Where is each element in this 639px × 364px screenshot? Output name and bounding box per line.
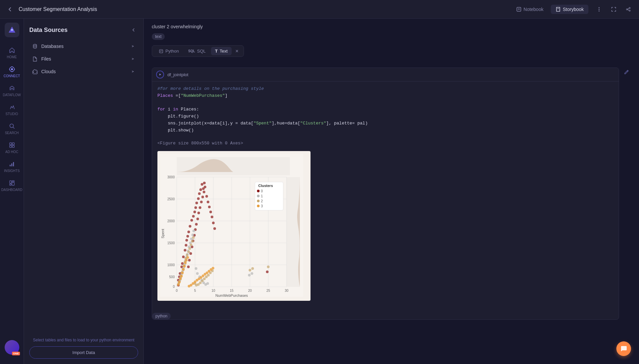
svg-rect-24 — [11, 163, 12, 166]
svg-point-163 — [177, 283, 180, 286]
svg-point-169 — [183, 265, 186, 268]
svg-point-166 — [180, 275, 183, 277]
left-nav: HOME CONNECT DAT — [0, 19, 24, 364]
svg-point-108 — [212, 222, 215, 224]
text-tab[interactable]: T Text — [211, 47, 232, 55]
svg-text:Spent: Spent — [161, 229, 165, 238]
svg-point-191 — [257, 190, 260, 192]
svg-point-96 — [196, 218, 199, 220]
svg-text:25: 25 — [266, 289, 270, 292]
svg-point-86 — [199, 188, 202, 191]
svg-text:20: 20 — [248, 289, 252, 292]
run-button[interactable] — [156, 71, 164, 79]
dataflow-icon — [8, 85, 16, 92]
sql-badge: SQL — [188, 49, 195, 53]
sidebar-item-files[interactable]: Files — [27, 53, 141, 65]
svg-point-135 — [206, 282, 209, 285]
code-line-figure: plt.figure() — [157, 113, 613, 120]
svg-point-82 — [194, 206, 197, 209]
expand-button[interactable] — [608, 4, 619, 15]
svg-rect-27 — [12, 181, 14, 182]
python-tab[interactable]: Python — [155, 47, 183, 55]
svg-point-129 — [195, 267, 197, 270]
sidebar-footer: Select tables and files to load to your … — [24, 332, 143, 364]
text-output: cluster 2 overwhelmingly — [152, 24, 631, 29]
sidebar-item-databases[interactable]: Databases — [27, 40, 141, 53]
svg-point-103 — [205, 195, 208, 198]
insights-icon — [8, 160, 16, 168]
svg-point-107 — [211, 216, 213, 218]
cell-header: df_jointplot — [152, 68, 619, 82]
svg-point-145 — [187, 251, 190, 253]
cell-area: cluster 2 overwhelmingly text Python — [144, 19, 639, 364]
sql-tab[interactable]: SQL SQL — [184, 47, 210, 55]
clouds-chevron-icon — [130, 69, 135, 74]
svg-point-88 — [187, 266, 190, 268]
toolbar-close-button[interactable]: × — [233, 47, 241, 55]
svg-point-170 — [184, 262, 187, 264]
import-data-button[interactable]: Import Data — [29, 346, 138, 359]
back-button[interactable] — [5, 5, 15, 14]
svg-point-153 — [199, 281, 202, 284]
nav-item-home[interactable]: HOME — [1, 44, 23, 62]
svg-rect-19 — [10, 143, 12, 145]
search-icon — [8, 122, 16, 130]
svg-point-144 — [186, 254, 188, 257]
svg-point-74 — [185, 244, 187, 247]
svg-point-12 — [11, 68, 13, 70]
nav-label-adhoc: AD HOC — [5, 150, 18, 154]
svg-text:10: 10 — [211, 289, 215, 292]
svg-point-8 — [629, 10, 630, 11]
nav-item-dashboard[interactable]: DASHBOARD — [1, 177, 23, 194]
nav-item-search[interactable]: SEARCH — [1, 120, 23, 137]
svg-point-186 — [248, 274, 251, 276]
user-avatar[interactable]: ONE — [5, 340, 19, 355]
databases-icon — [32, 43, 38, 49]
svg-point-165 — [179, 277, 182, 280]
topbar-left: Customer Segmentation Analysis — [5, 5, 506, 14]
sidebar: Data Sources Databases — [24, 19, 144, 364]
nav-item-dataflow[interactable]: DATAFLOW — [1, 82, 23, 99]
svg-point-187 — [251, 272, 253, 275]
sidebar-collapse-button[interactable] — [129, 25, 138, 35]
svg-point-97 — [197, 212, 200, 214]
user-badge: ONE — [12, 352, 20, 355]
nav-item-connect[interactable]: CONNECT — [1, 63, 23, 81]
chat-fab-button[interactable] — [616, 341, 631, 356]
svg-point-155 — [203, 277, 206, 280]
code-cell: df_jointplot #for more details on the pu… — [152, 68, 619, 320]
databases-label: Databases — [41, 44, 64, 49]
topbar: Customer Segmentation Analysis Notebook … — [0, 0, 639, 19]
share-button[interactable] — [623, 4, 634, 15]
chart-svg: 3000 2500 2000 1500 1000 500 0 0 5 10 — [160, 154, 303, 297]
svg-text:5: 5 — [194, 289, 196, 292]
more-options-button[interactable] — [594, 4, 604, 15]
svg-point-5 — [599, 9, 600, 10]
joint-plot-chart: 3000 2500 2000 1500 1000 500 0 0 5 10 — [157, 151, 311, 301]
nav-item-studio[interactable]: STUDIO — [1, 101, 23, 118]
svg-point-79 — [190, 219, 193, 222]
storybook-tab[interactable]: Storybook — [551, 5, 588, 14]
nav-item-adhoc[interactable]: AD HOC — [1, 139, 23, 156]
nav-label-insights: INSIGHTS — [4, 169, 20, 173]
svg-point-112 — [203, 182, 206, 184]
svg-point-9 — [626, 9, 628, 10]
svg-text:1000: 1000 — [167, 263, 175, 267]
svg-text:Clusters: Clusters — [258, 184, 273, 188]
edit-code-button[interactable] — [622, 68, 631, 77]
svg-rect-0 — [517, 7, 521, 11]
svg-rect-20 — [12, 143, 14, 145]
notebook-tab[interactable]: Notebook — [512, 5, 548, 14]
svg-point-147 — [190, 244, 192, 246]
cell-name: df_jointplot — [167, 72, 188, 77]
sidebar-item-clouds[interactable]: Clouds — [27, 65, 141, 78]
app-logo[interactable] — [5, 23, 19, 37]
nav-label-home: HOME — [7, 55, 17, 59]
sidebar-header: Data Sources — [24, 19, 143, 40]
page-title: Customer Segmentation Analysis — [19, 6, 97, 12]
svg-text:2000: 2000 — [167, 219, 175, 223]
nav-item-insights[interactable]: INSIGHTS — [1, 158, 23, 175]
svg-point-80 — [192, 215, 195, 218]
svg-text:3: 3 — [261, 204, 263, 208]
svg-point-4 — [599, 7, 600, 8]
